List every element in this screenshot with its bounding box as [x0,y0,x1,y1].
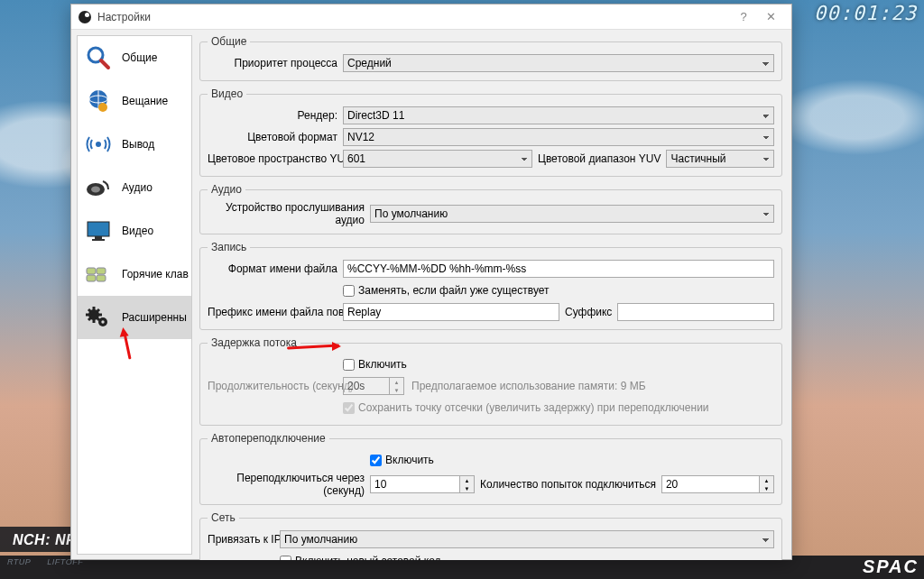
spinner-up-icon[interactable]: ▲ [760,476,773,484]
svg-rect-13 [87,275,96,281]
group-legend: Автопереподключение [208,432,329,445]
app-icon [79,11,91,23]
new-netcode-checkbox[interactable] [280,556,291,561]
filename-format-label: Формат имени файла [208,262,343,275]
color-format-select[interactable]: NV12 [343,128,774,146]
timer-display: 00:01:23 [814,2,917,24]
preserve-cutoff-label: Сохранить точку отсечки (увеличить задер… [358,401,709,414]
priority-label: Приоритет процесса [208,57,343,69]
spinner-down-icon[interactable]: ▼ [390,386,403,394]
group-legend: Видео [208,87,246,100]
svg-rect-10 [92,239,105,241]
sidebar-item-audio[interactable]: Аудио [78,166,191,209]
overwrite-checkbox[interactable] [343,285,355,297]
priority-select[interactable]: Средний [343,54,774,72]
svg-rect-12 [97,268,106,274]
help-button[interactable]: ? [730,10,757,23]
globe-icon [82,87,115,115]
new-netcode-label: Включить новый сетевой код [295,555,441,560]
renderer-select[interactable]: Direct3D 11 [343,106,774,124]
max-retries-input[interactable] [661,475,760,493]
filename-format-input[interactable] [343,260,774,278]
svg-rect-8 [88,222,109,236]
group-general: Общие Приоритет процесса Средний [199,35,782,81]
delay-memory-label: Предполагаемое использование памяти: 9 М… [404,380,646,392]
sidebar-item-label: Аудио [122,181,152,194]
settings-dialog: Настройки ? ✕ Общие Вещание Вывод Аудио [70,4,792,560]
broadcast-icon [82,130,115,159]
yuv-range-select[interactable]: Частичный [666,150,774,168]
svg-point-5 [96,142,101,147]
sidebar-item-video[interactable]: Видео [78,209,191,253]
group-legend: Общие [208,35,250,48]
group-audio: Аудио Устройство прослушивания аудио По … [199,183,782,234]
spinner-up-icon[interactable]: ▲ [390,378,403,386]
spinner-down-icon[interactable]: ▼ [460,484,474,492]
audio-device-label: Устройство прослушивания аудио [208,201,370,226]
delay-duration-label: Продолжительность (секунд) [208,380,343,392]
group-legend: Сеть [208,511,239,524]
color-format-label: Цветовой формат [208,131,343,143]
delay-duration-spinner[interactable]: ▲▼ [343,377,404,395]
svg-rect-11 [87,268,96,274]
sidebar: Общие Вещание Вывод Аудио Видео Горячие … [77,35,192,555]
brand-text: SPAC [863,556,919,577]
sidebar-item-label: Общие [122,51,157,64]
audio-device-select[interactable]: По умолчанию [370,205,774,223]
magnifier-icon [82,43,115,72]
group-network: Сеть Привязать к IP По умолчанию Включит… [199,511,782,560]
svg-point-4 [98,103,107,112]
reconnect-enable-label: Включить [385,454,434,466]
reconnect-enable-checkbox[interactable] [370,455,382,466]
group-video: Видео Рендер: Direct3D 11 Цветовой форма… [199,87,782,177]
sidebar-item-label: Видео [122,225,153,237]
max-retries-label: Количество попыток подключиться [475,478,661,491]
sidebar-item-output[interactable]: Вывод [78,123,191,166]
keyboard-icon [82,260,115,289]
max-retries-spinner[interactable]: ▲▼ [661,475,774,493]
bind-ip-select[interactable]: По умолчанию [280,530,774,548]
sidebar-item-general[interactable]: Общие [78,36,191,79]
overwrite-label: Заменять, если файл уже существует [358,284,550,297]
delay-duration-input[interactable] [343,377,390,395]
titlebar[interactable]: Настройки ? ✕ [71,5,791,30]
retry-delay-input[interactable] [370,475,460,493]
yuv-space-select[interactable]: 601 [343,150,532,168]
spinner-down-icon[interactable]: ▼ [760,484,773,492]
renderer-label: Рендер: [208,109,343,122]
replay-prefix-input[interactable] [343,303,559,321]
spinner-up-icon[interactable]: ▲ [460,476,474,484]
replay-suffix-label: Суффикс [559,306,617,318]
svg-rect-14 [97,275,106,281]
group-recording: Запись Формат имени файла Заменять, если… [199,241,782,330]
svg-point-18 [101,320,104,323]
content-panel: Общие Приоритет процесса Средний Видео Р… [196,30,791,560]
replay-suffix-input[interactable] [617,303,774,321]
yuv-range-label: Цветовой диапазон YUV [532,152,666,165]
group-legend: Запись [208,241,250,253]
timeline-item: RTUP [7,557,31,566]
speaker-icon [82,173,115,202]
sidebar-item-label: Горячие клав [122,268,189,280]
replay-prefix-label: Префикс имени файла повтора [208,306,343,318]
yuv-space-label: Цветовое пространство YUV [208,152,343,165]
preserve-cutoff-checkbox [343,402,355,414]
group-legend: Аудио [208,183,245,196]
bind-ip-label: Привязать к IP [208,533,280,546]
sidebar-item-hotkeys[interactable]: Горячие клав [78,253,191,296]
window-title: Настройки [97,11,151,23]
close-button[interactable]: ✕ [757,10,784,23]
svg-point-7 [91,187,100,193]
svg-rect-9 [95,236,102,239]
retry-delay-spinner[interactable]: ▲▼ [370,475,475,493]
sidebar-item-label: Расширенны [122,311,187,324]
group-stream-delay: Задержка потока Включить Продолжительнос… [199,336,782,426]
delay-enable-checkbox[interactable] [343,359,355,371]
sidebar-item-label: Вывод [122,138,154,151]
retry-delay-label: Переподключиться через (секунд) [208,472,370,497]
group-reconnect: Автопереподключение Включить Переподключ… [199,432,782,505]
sidebar-item-stream[interactable]: Вещание [78,79,191,123]
svg-line-1 [101,60,108,68]
delay-enable-label: Включить [358,358,407,371]
sidebar-item-advanced[interactable]: Расширенны [78,296,191,339]
